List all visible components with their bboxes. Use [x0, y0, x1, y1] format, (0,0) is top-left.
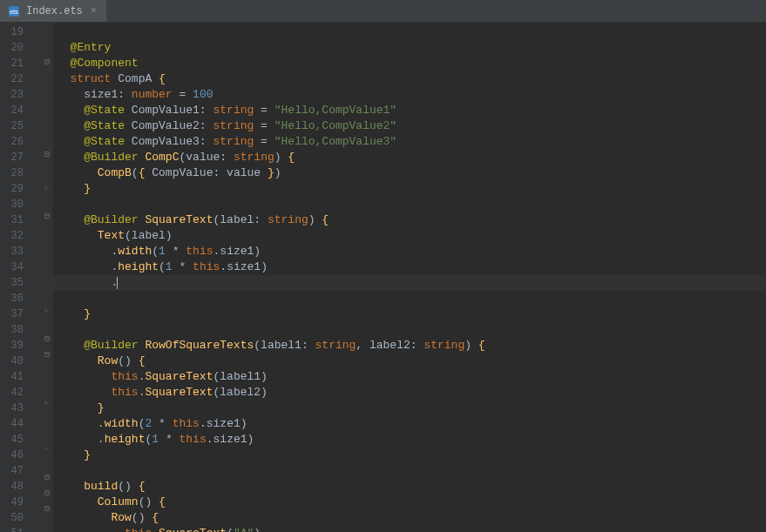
line-number: 46 — [0, 448, 41, 463]
line-number: 39 — [0, 338, 41, 354]
line-number: 33 — [0, 244, 41, 259]
line-number: 34 — [0, 259, 41, 275]
line-number: 36 — [0, 291, 41, 306]
line-number: 51 — [0, 526, 41, 532]
line-number: 23 — [0, 87, 41, 103]
fold-open-icon[interactable]: ⊟ — [43, 151, 51, 159]
code-line[interactable]: Row() { — [53, 510, 766, 526]
line-number-gutter: 1920212223242526272829303132333435363738… — [0, 23, 41, 532]
code-line[interactable] — [53, 291, 766, 306]
fold-open-icon[interactable]: ⊟ — [43, 505, 51, 514]
code-line[interactable]: Column() { — [53, 495, 766, 510]
line-number: 40 — [0, 354, 41, 369]
fold-open-icon[interactable]: ⊟ — [43, 58, 51, 67]
text-caret — [117, 277, 118, 289]
line-number: 38 — [0, 322, 41, 338]
line-number: 47 — [0, 463, 41, 479]
line-number: 20 — [0, 40, 41, 56]
line-number: 41 — [0, 369, 41, 385]
fold-open-icon[interactable]: ⊟ — [43, 335, 51, 344]
line-number: 37 — [0, 306, 41, 322]
line-number: 27 — [0, 150, 41, 165]
code-line[interactable]: @Builder SquareText(label: string) { — [53, 212, 766, 228]
code-line[interactable]: @Builder CompC(value: string) { — [53, 150, 766, 165]
fold-open-icon[interactable]: ⊟ — [43, 489, 51, 498]
code-line[interactable]: this.SquareText("A") — [53, 526, 766, 532]
code-line[interactable]: .height(1 * this.size1) — [53, 432, 766, 448]
code-line[interactable] — [53, 24, 766, 40]
fold-close-icon[interactable]: ⌞ — [43, 305, 51, 313]
code-line[interactable]: .width(2 * this.size1) — [53, 416, 766, 432]
line-number: 21 — [0, 56, 41, 71]
tab-bar: ets Index.ets × — [0, 0, 766, 23]
code-line[interactable]: .height(1 * this.size1) — [53, 259, 766, 275]
line-number: 31 — [0, 212, 41, 228]
editor: 1920212223242526272829303132333435363738… — [0, 23, 766, 532]
code-line[interactable]: build() { — [53, 479, 766, 495]
file-tab[interactable]: ets Index.ets × — [0, 0, 106, 22]
close-icon[interactable]: × — [88, 5, 99, 17]
tab-filename: Index.ets — [26, 5, 83, 17]
fold-open-icon[interactable]: ⊟ — [43, 212, 51, 221]
line-number: 35 — [0, 275, 41, 291]
code-line[interactable]: @State CompValue2: string = "Hello,CompV… — [53, 118, 766, 134]
code-area[interactable]: @Entry @Component struct CompA { size1: … — [53, 23, 766, 532]
code-line[interactable]: struct CompA { — [53, 71, 766, 87]
code-line[interactable]: .width(1 * this.size1) — [53, 244, 766, 259]
line-number: 42 — [0, 385, 41, 401]
line-number: 44 — [0, 416, 41, 432]
line-number: 32 — [0, 228, 41, 244]
line-number: 29 — [0, 181, 41, 197]
fold-gutter: ⊟⊟⌞⊟⌞⊟⊟⌞⌞⊟⊟⊟ — [41, 23, 53, 532]
code-line[interactable]: } — [53, 401, 766, 416]
fold-close-icon[interactable]: ⌞ — [43, 182, 51, 191]
ets-file-icon: ets — [7, 4, 21, 18]
line-number: 22 — [0, 71, 41, 87]
fold-close-icon[interactable]: ⌞ — [43, 443, 51, 452]
code-line[interactable]: . — [53, 275, 766, 291]
fold-open-icon[interactable]: ⊟ — [43, 474, 51, 482]
code-line[interactable]: @Builder RowOfSquareTexts(label1: string… — [53, 338, 766, 354]
line-number: 26 — [0, 134, 41, 150]
fold-open-icon[interactable]: ⊟ — [43, 351, 51, 360]
line-number: 25 — [0, 118, 41, 134]
svg-text:ets: ets — [10, 9, 18, 15]
code-line[interactable]: } — [53, 448, 766, 463]
code-line[interactable]: CompB({ CompValue: value }) — [53, 165, 766, 181]
code-line[interactable] — [53, 322, 766, 338]
fold-close-icon[interactable]: ⌞ — [43, 397, 51, 406]
code-line[interactable]: } — [53, 181, 766, 197]
line-number: 28 — [0, 165, 41, 181]
line-number: 45 — [0, 432, 41, 448]
code-line[interactable]: this.SquareText(label1) — [53, 369, 766, 385]
code-line[interactable]: Row() { — [53, 354, 766, 369]
code-line[interactable]: @State CompValue3: string = "Hello,CompV… — [53, 134, 766, 150]
line-number: 49 — [0, 495, 41, 510]
code-line[interactable]: @Component — [53, 56, 766, 71]
code-line[interactable]: Text(label) — [53, 228, 766, 244]
line-number: 24 — [0, 103, 41, 118]
line-number: 48 — [0, 479, 41, 495]
line-number: 19 — [0, 24, 41, 40]
code-line[interactable] — [53, 463, 766, 479]
code-line[interactable]: @State CompValue1: string = "Hello,CompV… — [53, 103, 766, 118]
line-number: 30 — [0, 197, 41, 212]
code-line[interactable]: @Entry — [53, 40, 766, 56]
line-number: 43 — [0, 401, 41, 416]
code-line[interactable]: size1: number = 100 — [53, 87, 766, 103]
code-line[interactable] — [53, 197, 766, 212]
code-line[interactable]: } — [53, 306, 766, 322]
code-line[interactable]: this.SquareText(label2) — [53, 385, 766, 401]
line-number: 50 — [0, 510, 41, 526]
